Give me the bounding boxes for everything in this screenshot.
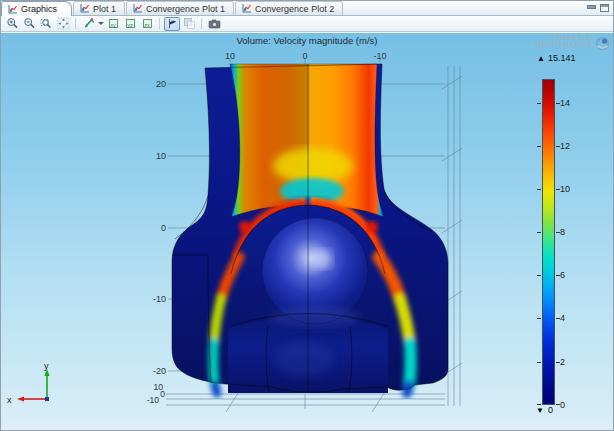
zoom-box-icon <box>40 17 53 30</box>
camera-icon <box>208 17 221 30</box>
colorbar-tick <box>537 189 541 190</box>
tab-label: Plot 1 <box>93 4 116 14</box>
tab-convergence-plot-2[interactable]: Convergence Plot 2 <box>235 1 343 15</box>
graphics-toolbar: xy yz zx <box>1 16 613 32</box>
colorbar-max: ▲ 15.141 <box>537 53 575 63</box>
zoom-box-button[interactable] <box>38 17 54 31</box>
colorbar-tick-label: 6 <box>560 270 580 280</box>
svg-text:zx: zx <box>144 22 150 28</box>
colorbar-min-value: 0 <box>548 405 553 415</box>
triad-y-label: y <box>44 361 49 371</box>
view-dropdown-caret-icon[interactable] <box>98 22 104 25</box>
coordinate-triad: y x <box>3 361 67 417</box>
default-3d-view-button[interactable] <box>80 17 96 31</box>
z-axis-label: -20 <box>136 366 166 376</box>
z-axis-label: 20 <box>136 79 166 89</box>
zoom-in-icon <box>6 17 19 30</box>
colorbar-min: ▼ 0 <box>536 405 553 415</box>
go-to-zx-view-button[interactable]: zx <box>139 17 155 31</box>
tab-convergence-plot-1[interactable]: Convergence Plot 1 <box>126 1 234 15</box>
z-axis-label: 10 <box>136 151 166 161</box>
svg-text:xy: xy <box>110 22 116 28</box>
maximize-view-icon[interactable] <box>600 4 609 12</box>
zoom-extents-button[interactable] <box>55 17 71 31</box>
window-bottom-strip <box>1 427 613 430</box>
colorbar-tick-label: 4 <box>560 313 580 323</box>
go-to-xy-view-button[interactable]: xy <box>105 17 121 31</box>
go-to-yz-view-button[interactable]: yz <box>122 17 138 31</box>
colorbar-tick <box>537 362 541 363</box>
toolbar-separator <box>201 18 202 29</box>
colorbar-tick <box>537 232 541 233</box>
colorbar-tick-label: 12 <box>560 141 580 151</box>
tab-label: Convergence Plot 1 <box>146 4 225 14</box>
xy-view-icon: xy <box>107 17 120 30</box>
colorbar <box>542 79 555 405</box>
minimize-view-icon[interactable] <box>586 4 595 12</box>
tab-bar: Graphics Plot 1 Convergence Plot 1 <box>1 1 613 16</box>
toolbar-separator <box>75 18 76 29</box>
zoom-out-button[interactable] <box>21 17 37 31</box>
min-marker-icon: ▼ <box>536 406 544 415</box>
colorbar-tick <box>537 318 541 319</box>
colorbar-tick-label: 8 <box>560 227 580 237</box>
transparency-button[interactable] <box>181 17 197 31</box>
colorbar-tick-label: 2 <box>560 357 580 367</box>
colorbar-tick <box>537 275 541 276</box>
zoom-in-button[interactable] <box>4 17 20 31</box>
plot-tab-icon <box>241 3 252 14</box>
z-axis-label: 0 <box>136 223 166 233</box>
graphics-window: Graphics Plot 1 Convergence Plot 1 <box>0 0 614 431</box>
x-axis-label: 10 <box>215 51 245 61</box>
tab-label: Graphics <box>21 4 57 14</box>
zx-view-icon: zx <box>141 17 154 30</box>
y-axis-label: -10 <box>133 395 159 405</box>
tab-label: Convergence Plot 2 <box>255 4 334 14</box>
x-axis-label: -10 <box>365 51 395 61</box>
colorbar-max-value: 15.141 <box>548 53 576 63</box>
tab-plot-1[interactable]: Plot 1 <box>73 1 125 15</box>
default-3d-view-icon <box>82 17 95 30</box>
plot-canvas[interactable]: Volume: Velocity magnitude (m/s) COMSOL … <box>1 33 613 427</box>
colorbar-tick-label: 14 <box>560 98 580 108</box>
velocity-volume-plot-3d[interactable] <box>165 59 457 399</box>
transparency-icon <box>183 17 196 30</box>
z-axis-label: -10 <box>136 294 166 304</box>
plot-tab-icon <box>7 4 18 15</box>
max-marker-icon: ▲ <box>537 54 545 63</box>
toolbar-separator <box>159 18 160 29</box>
plot-tab-icon <box>79 3 90 14</box>
scene-light-button[interactable] <box>164 17 180 31</box>
yz-view-icon: yz <box>124 17 137 30</box>
triad-x-label: x <box>7 395 12 405</box>
tab-graphics[interactable]: Graphics <box>1 1 72 16</box>
scene-light-icon <box>166 17 179 30</box>
svg-text:yz: yz <box>127 22 133 28</box>
colorbar-tick-label: 0 <box>560 400 580 410</box>
plot-tab-icon <box>132 3 143 14</box>
zoom-extents-icon <box>57 17 70 30</box>
zoom-out-icon <box>23 17 36 30</box>
colorbar-tick <box>537 103 541 104</box>
colorbar-tick-label: 10 <box>560 184 580 194</box>
view-controls <box>586 4 609 12</box>
x-axis-label: 0 <box>290 51 320 61</box>
colorbar-tick <box>537 146 541 147</box>
image-snapshot-button[interactable] <box>206 17 222 31</box>
